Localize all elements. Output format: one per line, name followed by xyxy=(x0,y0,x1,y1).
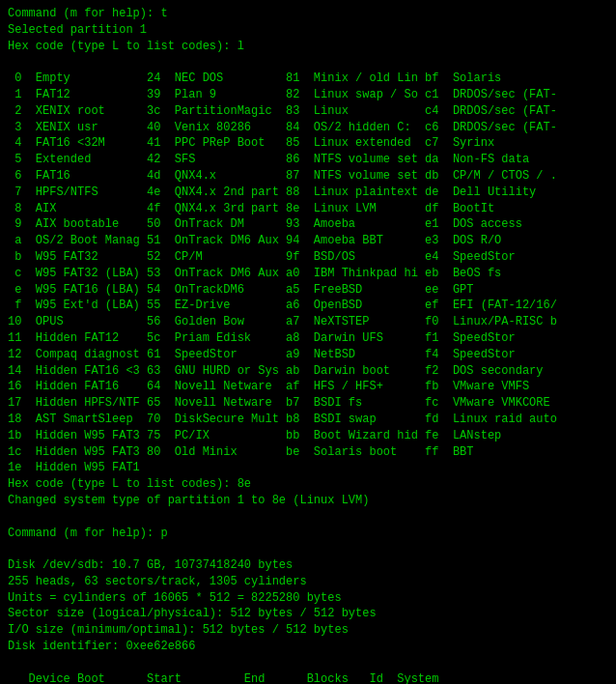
terminal-output: Command (m for help): t Selected partiti… xyxy=(8,6,608,684)
terminal-window: Command (m for help): t Selected partiti… xyxy=(8,6,608,684)
